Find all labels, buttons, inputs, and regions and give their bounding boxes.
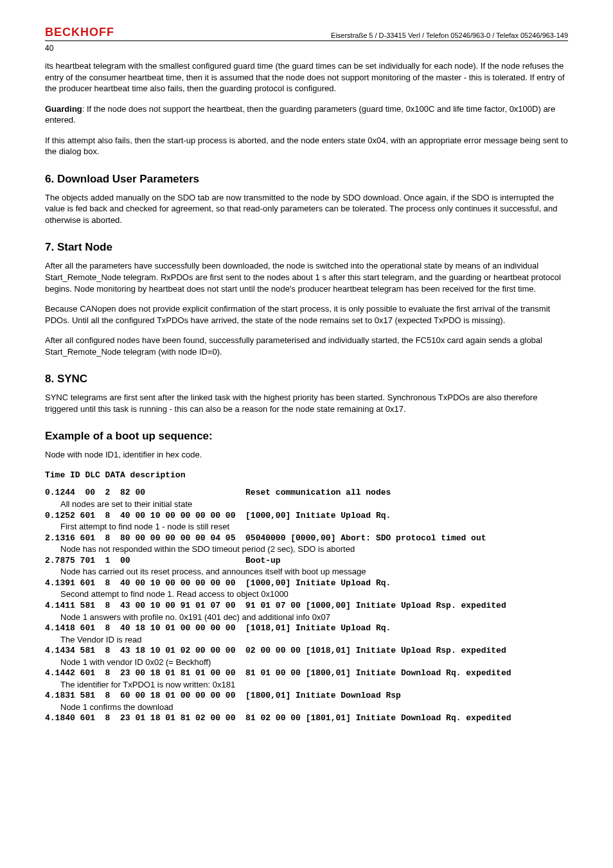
seq-mono-6: 4.1418 601 8 40 18 10 01 00 00 00 00 [10…	[45, 623, 568, 634]
heading-7: 7. Start Node	[45, 241, 568, 254]
seq-desc-3: Node has carried out its reset process, …	[60, 566, 568, 578]
h7-para-1: After all the parameters have successful…	[45, 260, 568, 294]
h7-para-2: Because CANopen does not provide explici…	[45, 303, 568, 326]
guarding-label: Guarding	[45, 104, 82, 114]
heading-8: 8. SYNC	[45, 373, 568, 385]
table-header: Time ID DLC DATA description	[45, 470, 568, 481]
intro-para-3: If this attempt also fails, then the sta…	[45, 135, 568, 157]
page-header: BECKHOFF Eiserstraße 5 / D-33415 Verl / …	[45, 26, 568, 41]
intro-para-1: its heartbeat telegram with the smallest…	[45, 60, 568, 94]
seq-mono-0: 0.1244 00 2 82 00 Reset communication al…	[45, 487, 568, 499]
seq-desc-4: Second attempt to find node 1. Read acce…	[60, 589, 568, 600]
seq-mono-10: 4.1840 601 8 23 01 18 01 81 02 00 00 81 …	[45, 713, 568, 724]
bootup-sequence: 0.1244 00 2 82 00 Reset communication al…	[45, 487, 568, 723]
seq-desc-0: All nodes are set to their initial state	[60, 499, 568, 510]
heading-6: 6. Download User Parameters	[45, 173, 568, 186]
h7-para-3: After all configured nodes have been fou…	[45, 335, 568, 357]
brand-logo: BECKHOFF	[45, 26, 114, 39]
guarding-para: Guarding: If the node does not support t…	[45, 103, 568, 126]
seq-mono-4: 4.1391 601 8 40 00 10 00 00 00 00 00 [10…	[45, 578, 568, 589]
h8-para-1: SYNC telegrams are first sent after the …	[45, 392, 568, 414]
seq-desc-6: The Vendor ID is read	[60, 634, 568, 646]
h6-para-1: The objects added manually on the SDO ta…	[45, 192, 568, 226]
seq-mono-5: 4.1411 581 8 43 00 10 00 91 01 07 00 91 …	[45, 600, 568, 612]
example-intro: Node with node ID1, identifier in hex co…	[45, 449, 568, 461]
seq-desc-9: Node 1 confirms the download	[60, 702, 568, 713]
seq-desc-7: Node 1 with vendor ID 0x02 (= Beckhoff)	[60, 657, 568, 668]
seq-mono-7: 4.1434 581 8 43 18 10 01 02 00 00 00 02 …	[45, 645, 568, 657]
page-number: 40	[45, 44, 568, 53]
seq-desc-1: First attempt to find node 1 - node is s…	[60, 521, 568, 533]
seq-mono-8: 4.1442 601 8 23 00 18 01 81 01 00 00 81 …	[45, 668, 568, 679]
seq-desc-8: The identifier for TxPDO1 is now written…	[60, 679, 568, 691]
header-address: Eiserstraße 5 / D-33415 Verl / Telefon 0…	[331, 31, 568, 39]
seq-mono-3: 2.7875 701 1 00 Boot-up	[45, 555, 568, 567]
seq-desc-5: Node 1 answers with profile no. 0x191 (4…	[60, 612, 568, 623]
seq-mono-2: 2.1316 601 8 80 00 00 00 00 00 04 05 050…	[45, 533, 568, 544]
seq-desc-2: Node has not responded within the SDO ti…	[60, 544, 568, 555]
heading-example: Example of a boot up sequence:	[45, 430, 568, 443]
seq-mono-1: 0.1252 601 8 40 00 10 00 00 00 00 00 [10…	[45, 510, 568, 522]
seq-mono-9: 4.1831 581 8 60 00 18 01 00 00 00 00 [18…	[45, 690, 568, 702]
guarding-text: : If the node does not support the heart…	[45, 104, 555, 125]
